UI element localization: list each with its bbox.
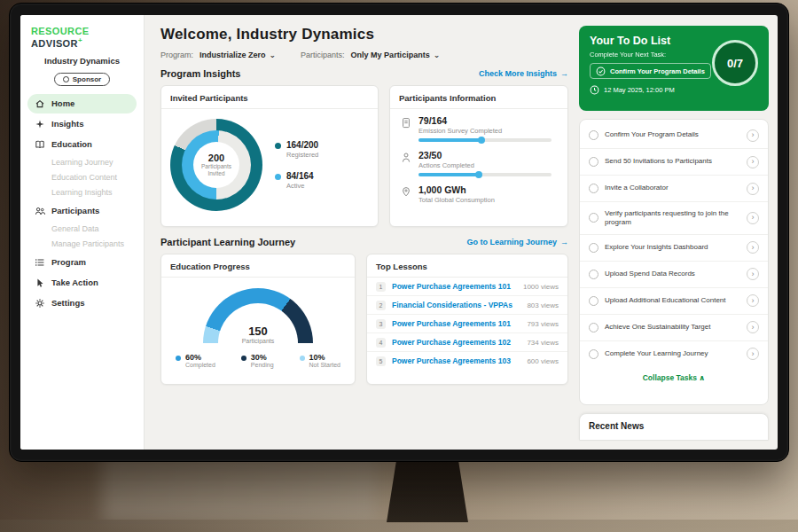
logo-text-resource: RESOURCE: [31, 26, 90, 36]
todo-progress-ring: 0/7: [712, 40, 758, 86]
donut-center-value: 200: [208, 153, 224, 163]
program-select[interactable]: Industrialize Zero ⌄: [200, 51, 276, 59]
participants-filter-label: Participants:: [301, 51, 345, 59]
sponsor-badge[interactable]: Sponsor: [54, 73, 110, 86]
task-checkbox[interactable]: [589, 184, 598, 193]
logo-plus: +: [78, 36, 82, 44]
participants-icon: [35, 206, 45, 216]
task-row[interactable]: Send 50 Invitations to Participants ›: [580, 149, 768, 176]
sidebar-item-learning-insights[interactable]: Learning Insights: [27, 185, 137, 200]
legend-dot: [241, 356, 246, 361]
legend-item-registered: 164/200 Registered: [275, 140, 318, 159]
sidebar-item-education[interactable]: Education: [27, 135, 137, 154]
legend-item-completed: 60% Completed: [176, 353, 215, 368]
gauge-center-label: Participants: [203, 338, 313, 344]
lesson-row: 3 Power Purchase Agreements 101 793 view…: [367, 315, 567, 333]
task-chevron-button[interactable]: ›: [747, 129, 759, 142]
education-progress-gauge-chart: 150 Participants: [203, 288, 313, 344]
gear-icon: [35, 298, 45, 309]
sidebar-item-label: Insights: [51, 119, 83, 129]
task-chevron-button[interactable]: ›: [747, 321, 759, 333]
task-chevron-button[interactable]: ›: [747, 212, 759, 224]
collapse-tasks-button[interactable]: Collapse Tasks ∧: [580, 367, 768, 387]
sponsor-icon: [63, 76, 69, 82]
task-row[interactable]: Verify participants requesting to join t…: [580, 202, 768, 235]
sidebar-item-home[interactable]: Home: [27, 94, 137, 113]
lesson-views: 803 views: [527, 301, 559, 309]
page-title: Welcome, Industry Dynamics: [160, 26, 568, 43]
person-icon: [401, 152, 411, 164]
sidebar-item-label: Education: [51, 139, 92, 149]
task-row[interactable]: Upload Spend Data Records ›: [580, 262, 768, 288]
lesson-rank: 4: [376, 338, 386, 348]
task-checkbox[interactable]: [589, 270, 598, 279]
lesson-views: 1000 views: [523, 283, 559, 291]
task-row[interactable]: Confirm Your Program Details ›: [580, 122, 768, 149]
task-checkbox[interactable]: [589, 213, 598, 223]
sidebar-item-participants[interactable]: Participants: [27, 201, 137, 221]
sidebar-item-take-action[interactable]: Take Action: [27, 273, 137, 293]
task-chevron-button[interactable]: ›: [747, 156, 759, 168]
legend-dot: [300, 356, 305, 361]
main-content: Welcome, Industry Dynamics Program: Indu…: [145, 15, 579, 450]
task-chevron-button[interactable]: ›: [747, 294, 759, 307]
todo-next-task[interactable]: Confirm Your Program Details: [590, 63, 711, 79]
location-pin-icon: [401, 186, 411, 199]
task-checkbox[interactable]: [589, 157, 598, 167]
sidebar-item-label: Settings: [51, 298, 84, 308]
task-checkbox[interactable]: [589, 349, 598, 359]
check-more-insights-link[interactable]: Check More Insights→: [479, 69, 568, 78]
task-row[interactable]: Explore Your Insights Dashboard ›: [580, 235, 768, 262]
survey-icon: [401, 117, 411, 129]
card-title: Education Progress: [161, 254, 355, 278]
task-row[interactable]: Invite a Collaborator ›: [580, 176, 768, 202]
lesson-link[interactable]: Power Purchase Agreements 101: [392, 282, 517, 291]
go-to-learning-journey-link[interactable]: Go to Learning Journey→: [466, 238, 568, 246]
lesson-rank: 3: [376, 319, 386, 329]
card-title: Invited Participants: [161, 86, 378, 109]
lesson-link[interactable]: Financial Considerations - VPPAs: [392, 301, 520, 309]
sidebar: RESOURCE ADVISOR+ Industry Dynamics Spon…: [20, 15, 145, 450]
program-filter-label: Program:: [160, 51, 193, 59]
lesson-views: 734 views: [527, 339, 559, 347]
sidebar-item-label: Program: [51, 257, 86, 267]
task-row[interactable]: Upload Additional Educational Content ›: [580, 288, 768, 315]
todo-due-date: 12 May 2025, 12:00 PM: [590, 85, 758, 95]
recent-news-title: Recent News: [589, 421, 759, 431]
sidebar-item-insights[interactable]: Insights: [27, 114, 137, 134]
sidebar-item-settings[interactable]: Settings: [27, 293, 137, 313]
check-circle-icon: [596, 66, 606, 76]
todo-summary-card: Your To Do List Complete Your Next Task:…: [579, 26, 769, 111]
task-chevron-button[interactable]: ›: [747, 268, 759, 280]
task-chevron-button[interactable]: ›: [747, 348, 759, 360]
sidebar-item-manage-participants[interactable]: Manage Participants: [27, 237, 137, 252]
recent-news-card: Recent News: [579, 413, 769, 441]
monitor: RESOURCE ADVISOR+ Industry Dynamics Spon…: [9, 3, 789, 462]
lesson-rank: 1: [376, 282, 386, 292]
sidebar-item-program[interactable]: Program: [27, 253, 137, 272]
insights-icon: [35, 119, 45, 129]
sidebar-item-education-content[interactable]: Education Content: [27, 170, 137, 185]
task-checkbox[interactable]: [589, 323, 598, 332]
task-list-card: Confirm Your Program Details › Send 50 I…: [579, 119, 769, 405]
task-row[interactable]: Complete Your Learning Journey ›: [580, 341, 768, 367]
lesson-link[interactable]: Power Purchase Agreements 102: [392, 338, 520, 347]
participants-select[interactable]: Only My Participants ⌄: [351, 51, 441, 59]
home-icon: [35, 98, 45, 109]
task-checkbox[interactable]: [589, 296, 598, 306]
task-chevron-button[interactable]: ›: [747, 183, 759, 195]
lesson-row: 1 Power Purchase Agreements 101 1000 vie…: [367, 278, 567, 296]
lesson-rank: 2: [376, 301, 386, 310]
participants-information-card: Participants Information 79/164 Emission…: [389, 85, 568, 227]
task-row[interactable]: Achieve One Sustainability Target ›: [580, 315, 768, 341]
sidebar-item-label: Take Action: [51, 278, 98, 287]
sponsor-badge-label: Sponsor: [73, 75, 101, 83]
sidebar-item-general-data[interactable]: General Data: [27, 222, 137, 237]
sidebar-item-learning-journey[interactable]: Learning Journey: [27, 155, 137, 170]
task-chevron-button[interactable]: ›: [747, 241, 759, 254]
task-checkbox[interactable]: [589, 243, 598, 253]
lesson-link[interactable]: Power Purchase Agreements 101: [392, 319, 520, 328]
task-checkbox[interactable]: [589, 130, 598, 140]
lesson-link[interactable]: Power Purchase Agreements 103: [392, 356, 520, 365]
actions-progress-bar: [419, 173, 552, 176]
